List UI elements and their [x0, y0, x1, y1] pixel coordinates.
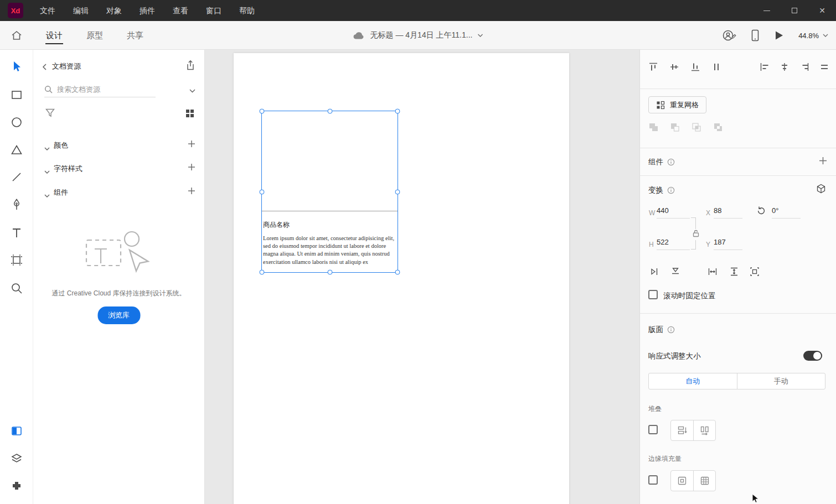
- home-button[interactable]: [10, 29, 23, 44]
- width-field[interactable]: 440: [657, 206, 690, 219]
- section-components[interactable]: 组件: [33, 184, 204, 203]
- resize-mode-auto[interactable]: 自动: [649, 373, 737, 389]
- selection-handle-sw[interactable]: [260, 270, 265, 275]
- selection-handle-s[interactable]: [327, 270, 332, 275]
- plus-icon: [188, 163, 195, 171]
- distribute-horizontal-icon[interactable]: [711, 62, 721, 72]
- share-for-review-icon[interactable]: [722, 29, 736, 42]
- fix-width-button[interactable]: [708, 267, 718, 279]
- menu-plugins[interactable]: 插件: [131, 0, 164, 21]
- select-tool[interactable]: [10, 60, 23, 74]
- menu-window[interactable]: 窗口: [197, 0, 230, 21]
- browse-library-button[interactable]: 浏览库: [97, 306, 140, 324]
- padding-uniform-icon: [677, 476, 687, 486]
- boolean-ops-row: [648, 122, 723, 132]
- selection-handle-ne[interactable]: [395, 109, 400, 114]
- align-horizontal-center-icon[interactable]: [780, 62, 789, 72]
- zoom-control[interactable]: 44.8%: [798, 32, 828, 40]
- align-top-icon[interactable]: [648, 62, 658, 72]
- padding-checkbox[interactable]: [648, 475, 658, 485]
- fix-height-button[interactable]: [729, 267, 739, 279]
- tab-design[interactable]: 设计: [45, 23, 63, 49]
- menu-object[interactable]: 对象: [97, 0, 131, 21]
- align-bottom-icon[interactable]: [690, 62, 700, 72]
- info-icon[interactable]: [667, 186, 675, 194]
- minimize-button[interactable]: [753, 0, 781, 21]
- menu-view[interactable]: 查看: [164, 0, 197, 21]
- menu-help[interactable]: 帮助: [230, 0, 264, 21]
- align-right-icon[interactable]: [799, 62, 809, 72]
- menu-file[interactable]: 文件: [31, 0, 64, 21]
- padding-individual-button[interactable]: [693, 471, 715, 491]
- info-icon[interactable]: [667, 158, 675, 166]
- stack-checkbox[interactable]: [648, 425, 658, 434]
- flip-horizontal-button[interactable]: [650, 267, 660, 279]
- constraints-button[interactable]: [750, 267, 760, 279]
- filter-button[interactable]: [45, 108, 55, 119]
- assets-panel-toggle[interactable]: [10, 424, 23, 438]
- canvas[interactable]: 商品名称 Lorem ipsum dolor sit amet, consect…: [205, 50, 639, 504]
- tab-prototype[interactable]: 原型: [86, 23, 104, 49]
- text-tool[interactable]: [10, 226, 23, 240]
- distribute-vertical-icon[interactable]: [819, 62, 829, 72]
- card-body-text[interactable]: Lorem ipsum dolor sit amet, consectetur …: [263, 235, 399, 273]
- back-button[interactable]: [42, 63, 47, 72]
- artboard-tool[interactable]: [10, 253, 23, 267]
- resize-mode-manual[interactable]: 手动: [737, 373, 825, 389]
- tab-share[interactable]: 共享: [126, 23, 144, 49]
- publish-library-button[interactable]: [185, 60, 195, 73]
- selection-handle-se[interactable]: [395, 270, 400, 275]
- ellipse-tool[interactable]: [10, 116, 23, 129]
- stack-vertical-button[interactable]: [671, 420, 693, 440]
- height-field[interactable]: 522: [657, 238, 690, 250]
- 3d-transform-button[interactable]: [816, 184, 826, 196]
- boolean-intersect-icon[interactable]: [691, 122, 701, 132]
- selection-handle-nw[interactable]: [260, 109, 265, 114]
- maximize-button[interactable]: [781, 0, 808, 21]
- layers-panel-toggle[interactable]: [10, 452, 23, 465]
- polygon-tool[interactable]: [10, 143, 23, 157]
- align-vertical-center-icon[interactable]: [669, 62, 679, 72]
- add-character-style-button[interactable]: [188, 163, 195, 173]
- menu-edit[interactable]: 编辑: [64, 0, 97, 21]
- resize-mode-segmented: 自动 手动: [648, 373, 825, 389]
- device-preview-icon[interactable]: [751, 29, 760, 42]
- aspect-lock-icon[interactable]: [693, 229, 699, 240]
- pen-tool[interactable]: [10, 198, 23, 211]
- y-field[interactable]: 187: [714, 238, 742, 250]
- add-component-button[interactable]: [188, 187, 195, 197]
- boolean-subtract-icon[interactable]: [670, 122, 680, 132]
- document-title-group[interactable]: 无标题 — 4月14日 上午11.1...: [353, 21, 483, 50]
- grid-view-button[interactable]: [185, 109, 194, 120]
- info-icon[interactable]: [667, 326, 675, 334]
- responsive-resize-toggle[interactable]: [803, 351, 822, 361]
- add-component-state-button[interactable]: [819, 157, 827, 167]
- play-icon[interactable]: [774, 30, 784, 41]
- padding-uniform-button[interactable]: [671, 471, 693, 491]
- selection-handle-n[interactable]: [327, 109, 332, 114]
- rectangle-tool[interactable]: [10, 88, 23, 101]
- fix-on-scroll-checkbox[interactable]: [648, 290, 658, 299]
- section-character-styles[interactable]: 字符样式: [33, 160, 204, 179]
- flip-vertical-button[interactable]: [670, 267, 680, 279]
- repeat-grid-button[interactable]: 重复网格: [648, 96, 706, 113]
- close-button[interactable]: ✕: [808, 0, 836, 21]
- add-color-button[interactable]: [188, 140, 195, 150]
- assets-search[interactable]: [44, 82, 156, 97]
- align-left-icon[interactable]: [760, 62, 770, 72]
- zoom-tool[interactable]: [10, 282, 23, 295]
- rotation-field[interactable]: 0°: [772, 206, 801, 219]
- search-input[interactable]: [57, 85, 146, 93]
- stack-horizontal-button[interactable]: [693, 420, 715, 440]
- selection-handle-e[interactable]: [395, 189, 400, 194]
- plugins-panel-toggle[interactable]: [10, 480, 23, 493]
- line-tool[interactable]: [10, 170, 23, 184]
- selected-card[interactable]: 商品名称 Lorem ipsum dolor sit amet, consect…: [261, 111, 398, 273]
- card-title[interactable]: 商品名称: [263, 220, 290, 230]
- section-colors[interactable]: 颜色: [33, 137, 204, 156]
- selection-handle-w[interactable]: [260, 189, 265, 194]
- x-field[interactable]: 88: [714, 206, 742, 219]
- boolean-union-icon[interactable]: [648, 122, 658, 132]
- boolean-exclude-icon[interactable]: [713, 122, 723, 132]
- assets-sort-dropdown[interactable]: [189, 85, 195, 95]
